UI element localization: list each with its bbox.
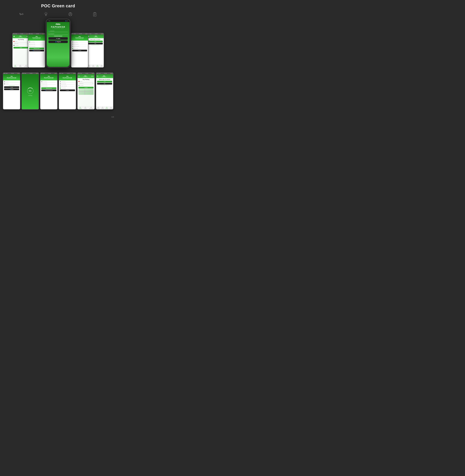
b5-tab-report[interactable]: Report a Problem (89, 107, 93, 109)
header-b3: nou. ПАРКИНЗИ (40, 74, 57, 80)
logo-b1: nou. (11, 76, 13, 77)
no-button-top[interactable]: ✖ No (88, 43, 103, 44)
page-title: POC Green card (0, 0, 116, 11)
tab-pay-parking[interactable]: Pay Parking (14, 65, 17, 67)
center-phone: Tower 🔵 22% nou. ПАРКИНЗИ НА ОПШТИНСКА Ц… (46, 19, 70, 68)
b6-tab-1-icon (98, 107, 99, 108)
sed-link-top[interactable]: Sed ut perspiciatis unde omnis (88, 45, 103, 45)
b4-submit-btn[interactable]: ✈ Submit (60, 89, 75, 91)
version-tag: C29 (111, 116, 114, 118)
tab-report[interactable]: Report a Problem (24, 65, 28, 67)
b6-tab-2[interactable]: Lorem Ipsum (101, 107, 104, 109)
app-screen-b2: ●●●○ Tower4:21 PM⚡22% nou. Loading (22, 73, 39, 109)
logo-2: nou. (35, 36, 38, 37)
brand-b1: ПАРКИНЗИ (7, 77, 16, 79)
svg-rect-12 (94, 12, 95, 13)
brand-b5: ПАРКИНЗИ (83, 76, 87, 77)
b1-forgot[interactable]: I Forgot My Password? (4, 85, 19, 86)
b3-reset-email: Reset by email (41, 83, 56, 85)
header-b5: nou. ПАРКИНЗИ MANA (77, 74, 95, 78)
radio-phone (29, 46, 30, 47)
b1-register-btn[interactable]: 👤 Register (4, 88, 19, 90)
mana-b5: MANA (91, 76, 94, 76)
address-field: Address (13, 41, 28, 42)
tab-4[interactable]: Lorem Ipsum (100, 65, 103, 67)
loading-spinner-container: nou. (27, 87, 34, 94)
spinner-circle (27, 87, 33, 94)
b1-user-icon (4, 81, 5, 82)
body-b3: Email Address Reset by email Reset by ph… (40, 80, 57, 109)
notch-carrier: Tower (48, 21, 50, 21)
b5-tab-pay[interactable]: Pay Parking (79, 107, 82, 109)
b6-tab-2-icon (102, 107, 103, 108)
username-label: Username (50, 31, 54, 32)
menu-icon-b6[interactable] (97, 76, 98, 77)
b6-no-btn[interactable]: ✖ No (97, 83, 112, 85)
tab-2[interactable]: Lorem Ipsum (92, 65, 95, 67)
brand-4: ПАРКИНЗИ (94, 37, 98, 37)
b6-tab-1[interactable]: Lorem Ipsum (97, 107, 100, 109)
b6-tab-3[interactable]: Lorem Ipsum (105, 107, 108, 109)
center-brand: ПАРКИНЗИ (51, 26, 65, 28)
reg-pass-icon (72, 44, 73, 44)
email-field-2: Email Address (29, 41, 44, 43)
bottom-screen-loading: ●●●○ Tower4:21 PM⚡22% nou. Loading (21, 72, 39, 109)
reg-email-icon (72, 42, 73, 43)
reg-phone: Phone Number (72, 48, 87, 49)
menu-icon-b5[interactable] (78, 76, 80, 77)
reset-phone-field: Reset by phone (29, 45, 44, 47)
screen-pay-parking: ●●●○ Tower4:21 PM⚡22% nou. ПАРКИНЗИ MANA… (12, 33, 30, 68)
b1-login-btn[interactable]: ➔ Login (4, 86, 19, 88)
tab-3[interactable]: Lorem Ipsum (96, 65, 99, 67)
yes-button-top[interactable]: ✈ Yes (88, 41, 103, 42)
reset-email-field: Reset by email (29, 43, 44, 45)
status-bar-b4: ●●●○ Tower4:21 PM⚡22% (59, 73, 76, 74)
b3-email-icon (41, 81, 42, 82)
app-logo: nou. (19, 35, 21, 37)
b6-yes-btn[interactable]: ✈ Yes (97, 81, 112, 83)
menu-icon[interactable] (13, 36, 15, 37)
email-icon (29, 42, 30, 43)
send-code-button[interactable]: ✉ Send the Code (29, 48, 44, 49)
brand-b6: ПАРКИНЗИ (102, 76, 106, 77)
b3-send-code[interactable]: ✉ Send the Code (41, 87, 56, 89)
app-screen-forgot: ●●●○ Tower4:21 PM⚡22% nou. ПАРКИНЗИ НА О… (28, 33, 45, 67)
green-header-2: nou. ПАРКИНЗИ НА ОПШТИНСКА ЦЕНА (28, 34, 45, 41)
app-screen-b1: ●●●○ Tower4:21 PM⚡22% nou. ПАРКИНЗИ User… (3, 73, 20, 109)
username-field: 👤 Username (48, 30, 68, 32)
b1-password: Password (4, 83, 19, 85)
tab-user-card[interactable]: User Card (19, 65, 21, 67)
body-b4: Email Address Enter Password Confirm Pas… (59, 80, 76, 109)
lower-screens-row: ●●●○ Tower4:21 PM⚡22% nou. ПАРКИНЗИ User… (0, 72, 116, 112)
parking-hours-dropdown[interactable]: Parking Hours▼ (13, 43, 28, 44)
svg-line-5 (45, 12, 45, 13)
b6-tab-4[interactable]: Lorem Ipsum (109, 107, 113, 109)
register-button-large[interactable]: 👤 Register (48, 41, 68, 43)
b5-submit[interactable]: ✈ Submit (78, 87, 94, 88)
b5-tab-pay-icon (80, 107, 81, 108)
b5-tab-user[interactable]: User Card (84, 107, 87, 109)
app-screen-b5: ●●●○ Tower4:21 PM⚡22% nou. ПАРКИНЗИ MANA… (77, 73, 95, 109)
b4-phone-icon (60, 87, 61, 88)
submit-button[interactable]: Submit (13, 47, 28, 49)
b3-reset-btn[interactable]: 👤 Reset the Password. (41, 89, 56, 91)
b6-sed-link[interactable]: Sed ut perspiciatis unde omnis (97, 85, 112, 86)
notch-battery: 🔵 22% (65, 21, 68, 21)
contract-body: Which type of contract ✈ Yes ✖ No Sed ut… (87, 38, 104, 65)
bottom-screen-contract: ●●●○ Tower4:21 PM⚡22% nou. ПАРКИНЗИ Whic… (96, 72, 114, 109)
forgot-link[interactable]: I Forgot My Password? (54, 35, 62, 36)
app-header: nou. ПАРКИНЗИ MANA (12, 34, 29, 38)
submit-register-button[interactable]: ✈ Submit (72, 50, 87, 51)
b5-hours-dropdown[interactable]: Parking Hours▼ (78, 83, 94, 84)
car-icon (13, 45, 14, 46)
login-button-large[interactable]: ➔ Login (48, 37, 68, 40)
screen-register: ●●●○ Tower4:21 PM⚡22% nou. ПАРКИНЗИ НА О… (71, 33, 88, 68)
loading-screen: nou. Loading (22, 74, 39, 109)
user-icon: 👤 (48, 31, 50, 32)
reset-password-button[interactable]: 👤 Reset the Password. (29, 50, 44, 51)
header-b1: nou. ПАРКИНЗИ (3, 74, 20, 80)
status-bar-2: ●●●○ Tower4:21 PM⚡22% (28, 33, 45, 34)
status-bar: ●●●○ Tower4:21 PM⚡22% (12, 33, 29, 34)
b4-email: Email Address (60, 81, 75, 83)
subtitle-3: НА ОПШТИНСКА ЦЕНА (76, 39, 83, 39)
